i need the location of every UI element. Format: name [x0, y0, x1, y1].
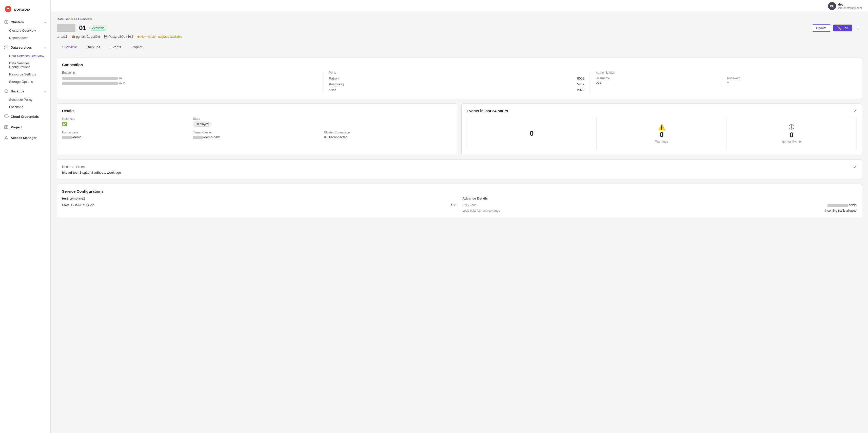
endpoint-1-text [62, 77, 118, 80]
backups-icon [4, 89, 9, 93]
instances-check-icon: ✅ [62, 122, 190, 126]
backups-label: Backups [11, 89, 42, 93]
sidebar-access-header[interactable]: Access Manager [0, 133, 51, 143]
user-profile[interactable]: DE dev @purestorage.com [828, 2, 862, 10]
db-meta: PostgreSQL v16.1 [108, 35, 133, 38]
access-manager-icon [4, 135, 9, 140]
data-services-label: Data services [11, 45, 42, 50]
auth-label: Authentication [596, 71, 857, 74]
connection-title: Connection [62, 63, 857, 67]
user-email: @purestorage.com [838, 6, 862, 9]
project-label: Project [11, 125, 46, 129]
sidebar-backups-header[interactable]: Backups ▲ [0, 86, 51, 96]
sidebar-item-data-services-overview[interactable]: Data Services Overview [9, 52, 51, 60]
events-title: Events in last 24 hours [467, 109, 508, 113]
lb-row: Load balancer source range Incoming traf… [462, 208, 857, 213]
endpoint-1: .io [62, 76, 317, 80]
data-services-sub-items: Data Services Overview Data Services Con… [0, 52, 51, 85]
topbar: DE dev @purestorage.com [51, 0, 868, 12]
instances-label: Instances [62, 117, 190, 121]
tab-overview[interactable]: Overview [57, 42, 82, 52]
project-icon [4, 125, 9, 129]
meta-row: 🗂 test1 📦 pg-test-01-yp89id 💾 PostgreSQL… [57, 35, 862, 38]
normal-events-icon: ⓘ [789, 123, 794, 131]
sidebar-section-cloud-credentials: Cloud Credentials [0, 112, 51, 121]
template-name: test_template1 [62, 196, 456, 200]
svg-rect-1 [5, 46, 8, 47]
sidebar-cloud-header[interactable]: Cloud Credentials [0, 112, 51, 121]
breadcrumb[interactable]: Data Services Overview [57, 17, 862, 21]
namespace-icon: 🗂 [57, 35, 60, 38]
sidebar-section-access-manager: Access Manager [0, 133, 51, 143]
tab-events[interactable]: Events [105, 42, 126, 52]
restored-external-link-icon[interactable]: ↗ [854, 164, 857, 168]
endpoint-2: .io ⧉ [62, 82, 317, 85]
password-val: – [727, 81, 857, 84]
user-name: dev [838, 3, 862, 6]
events-external-link-icon[interactable]: ↗ [854, 109, 857, 113]
state-badge: Deployed [193, 122, 211, 127]
target-cluster-val: -demo-new [193, 135, 321, 139]
sidebar-item-data-services-config[interactable]: Data Services Configurations [9, 60, 51, 71]
clusters-label: Clusters [11, 20, 42, 24]
tabs: Overview Backups Events Copilot [57, 42, 862, 52]
disconnected-dot [324, 136, 326, 138]
connection-card: Connection Endpoints .io .io [57, 57, 862, 99]
app-name: portworx [14, 7, 30, 11]
details-card: Details Instances ✅ State Deployed Names… [57, 103, 457, 155]
svg-rect-2 [5, 48, 8, 49]
state-label: State [193, 117, 321, 121]
sidebar-clusters-header[interactable]: Clusters ▲ [0, 17, 51, 27]
details-title: Details [62, 109, 452, 113]
sidebar-section-clusters: Clusters ▲ Clusters Overview Namespaces [0, 17, 51, 41]
password-label: Password [727, 76, 857, 80]
page-title: ████_01 [57, 24, 86, 32]
restored-val: bkc-ad-test-1-sg1qh8-adhoc 1 week ago [62, 171, 857, 175]
data-services-chevron: ▲ [44, 46, 46, 49]
sidebar-item-resource-settings[interactable]: Resource Settings [9, 71, 51, 78]
upgrade-link[interactable]: New version upgrade available [141, 35, 182, 38]
events-warnings-col: ⚠️ 0 Warnings [596, 117, 726, 150]
pod-icon: 📦 [71, 35, 75, 38]
warnings-icon: ⚠️ [658, 124, 665, 131]
avatar: DE [828, 2, 836, 10]
more-options-button[interactable]: ⋮ [854, 24, 862, 32]
sidebar-item-storage-options[interactable]: Storage Options [9, 78, 51, 85]
pod-meta: pg-test-01-yp89id [76, 35, 100, 38]
access-manager-label: Access Manager [11, 136, 46, 140]
sidebar-project-header[interactable]: Project [0, 122, 51, 132]
update-button[interactable]: Update [812, 24, 831, 32]
status-badge: Available [89, 26, 107, 31]
namespace-val: -demo [62, 135, 190, 139]
svg-point-4 [6, 136, 7, 138]
sidebar-data-services-header[interactable]: Data services ▲ [0, 42, 51, 52]
ports-label: Ports [329, 71, 584, 74]
cloud-icon [4, 114, 9, 119]
username-label: Username [596, 76, 725, 80]
clusters-chevron: ▲ [44, 21, 46, 24]
normal-events-label: Normal Events [782, 140, 802, 144]
namespace-meta: test1 [61, 35, 67, 38]
tab-backups[interactable]: Backups [82, 42, 105, 52]
max-connections-key: MAX_CONNECTIONS [62, 203, 95, 207]
copy-icon[interactable]: ⧉ [123, 82, 126, 85]
events-card: Events in last 24 hours ↗ 0 ⚠️ 0 Warning… [461, 103, 862, 155]
tab-copilot[interactable]: Copilot [126, 42, 148, 52]
sidebar-item-schedule-policy[interactable]: Schedule Policy [9, 96, 51, 103]
svg-rect-3 [5, 126, 8, 129]
dns-zone-row: DNS Zone -dev.io [462, 202, 857, 208]
events-critical-count: 0 [530, 129, 534, 137]
cluster-connection-label: Cluster Connection [324, 131, 452, 134]
dns-zone-label: DNS Zone [462, 203, 476, 207]
edit-icon: ✏️ [837, 26, 841, 30]
sidebar-item-clusters-overview[interactable]: Clusters Overview [9, 27, 51, 34]
restored-card: Restored From: ↗ bkc-ad-test-1-sg1qh8-ad… [57, 159, 862, 180]
sidebar-item-namespaces[interactable]: Namespaces [9, 34, 51, 41]
endpoints-label: Endpoints [62, 71, 317, 74]
port-patroni: Patroni 8009 [329, 76, 584, 80]
page-header: ████_01 Available Update ✏️ Edit ⋮ [57, 24, 862, 32]
restored-label: Restored From: [62, 165, 85, 168]
edit-button[interactable]: ✏️ Edit [833, 25, 852, 31]
sidebar-item-locations[interactable]: Locations [9, 103, 51, 111]
port-sshd: Sshd 2022 [329, 88, 584, 92]
